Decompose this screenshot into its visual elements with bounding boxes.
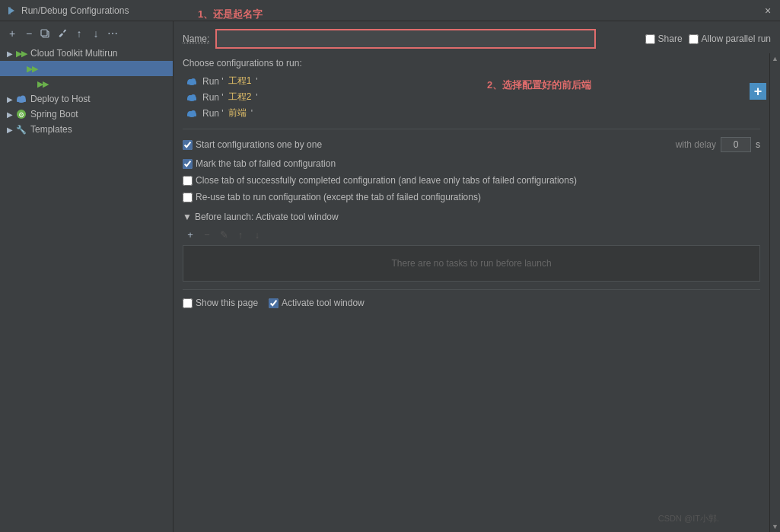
run-suffix-3: ' [251, 108, 253, 119]
allow-parallel-checkbox[interactable] [689, 34, 699, 44]
show-this-page-label: Show this page [196, 298, 258, 308]
close-successful-tab-label: Close tab of successfully completed conf… [196, 175, 577, 186]
svg-rect-18 [187, 98, 196, 100]
run-name-1: 工程1 [228, 75, 252, 88]
expand-arrow-cloud-toolkit: ▶ [5, 48, 15, 59]
svg-rect-1 [8, 7, 11, 14]
mark-failed-tab-row: Mark the tab of failed configuration [183, 158, 760, 169]
sidebar-item-multirun-child1[interactable]: ▶▶ [0, 61, 173, 76]
cloud-deploy-icon [15, 93, 27, 105]
start-one-by-one-option[interactable]: Start configurations one by one [183, 139, 322, 150]
run-name-2: 工程2 [228, 91, 252, 104]
share-option[interactable]: Share [645, 33, 683, 44]
svg-rect-22 [187, 114, 196, 116]
run-green-icon-2: ▶▶ [37, 78, 49, 90]
sidebar-item-templates[interactable]: ▶ 🔧 Templates [0, 122, 173, 137]
before-launch-add-button[interactable]: + [183, 227, 198, 242]
title-bar: Run/Debug Configurations × [0, 0, 780, 21]
svg-text:⚙: ⚙ [18, 111, 24, 119]
window-title: Run/Debug Configurations [21, 5, 129, 16]
expand-arrow-deploy: ▶ [5, 94, 15, 104]
before-launch-down-button[interactable]: ↓ [250, 227, 265, 242]
move-up-button[interactable]: ↑ [72, 26, 87, 41]
main-container: + − ↑ ↓ ⋯ ▶ ▶▶ Cloud Toolkit Multi [0, 21, 780, 532]
move-down-button[interactable]: ↓ [88, 26, 103, 41]
run-icon-2 [186, 91, 198, 104]
activate-tool-window-option[interactable]: Activate tool window [269, 298, 365, 308]
mark-failed-tab-option[interactable]: Mark the tab of failed configuration [183, 158, 336, 169]
before-launch-toolbar: + − ✎ ↑ ↓ [183, 227, 760, 242]
sidebar-item-spring-boot[interactable]: ▶ ⚙ Spring Boot [0, 107, 173, 122]
before-launch-header[interactable]: ▼ Before launch: Activate tool window [183, 212, 760, 222]
more-button[interactable]: ⋯ [105, 26, 120, 41]
close-successful-tab-option[interactable]: Close tab of successfully completed conf… [183, 175, 577, 186]
run-item-1[interactable]: Run ' 工程1 ' [183, 73, 760, 89]
add-config-button[interactable]: + [5, 26, 20, 41]
run-green-icon-1: ▶▶ [26, 62, 38, 75]
run-item-3[interactable]: Run ' 前端 ' [183, 105, 760, 121]
template-icon: 🔧 [15, 123, 27, 135]
sidebar-item-label-spring: Spring Boot [30, 109, 78, 119]
close-button[interactable]: × [762, 5, 774, 17]
reuse-tab-option[interactable]: Re-use tab to run configuration (except … [183, 192, 481, 202]
sidebar: + − ↑ ↓ ⋯ ▶ ▶▶ Cloud Toolkit Multi [0, 21, 174, 532]
before-launch-remove-button[interactable]: − [199, 227, 215, 242]
right-scrollbar: ▲ ▼ [769, 53, 780, 532]
mark-failed-tab-checkbox[interactable] [183, 159, 193, 169]
share-checkbox[interactable] [645, 34, 655, 44]
scroll-down-button[interactable]: ▼ [770, 521, 781, 532]
delay-unit: s [756, 139, 760, 150]
close-successful-tab-checkbox[interactable] [183, 176, 193, 186]
run-icon-1 [186, 75, 198, 88]
svg-rect-14 [187, 82, 196, 84]
remove-config-button[interactable]: − [21, 26, 37, 41]
activate-tool-window-label: Activate tool window [282, 298, 365, 308]
add-run-item-button[interactable]: + [750, 83, 766, 100]
start-one-by-one-checkbox[interactable] [183, 140, 193, 150]
allow-parallel-label: Allow parallel run [702, 33, 771, 44]
content-area: Name: Share Allow parallel run Choose co… [174, 21, 780, 532]
spring-boot-icon: ⚙ [15, 108, 27, 120]
run-prefix-2: Run ' [202, 92, 224, 103]
close-successful-tab-row: Close tab of successfully completed conf… [183, 175, 760, 186]
copy-config-button[interactable] [38, 26, 53, 41]
content-body: Choose configurations to run: Run [174, 53, 780, 532]
start-one-by-one-label: Start configurations one by one [196, 139, 322, 150]
reuse-tab-checkbox[interactable] [183, 193, 193, 202]
name-input[interactable] [215, 29, 596, 49]
content-main: Choose configurations to run: Run [174, 53, 769, 532]
before-launch-edit-button[interactable]: ✎ [216, 227, 231, 242]
run-prefix-3: Run ' [202, 108, 224, 119]
before-launch-up-button[interactable]: ↑ [233, 227, 248, 242]
run-debug-icon [6, 5, 17, 16]
run-prefix-1: Run ' [202, 76, 224, 87]
expand-arrow-spring: ▶ [5, 109, 15, 119]
multirun-icon: ▶▶ [15, 47, 27, 59]
share-label: Share [658, 33, 683, 44]
name-options: Share Allow parallel run [645, 33, 771, 44]
sidebar-item-multirun-child2[interactable]: ▶▶ [0, 76, 173, 91]
before-launch-arrow: ▼ [183, 212, 192, 222]
reuse-tab-row: Re-use tab to run configuration (except … [183, 192, 760, 202]
wrench-button[interactable] [55, 26, 70, 41]
sidebar-item-label-templates: Templates [30, 124, 72, 135]
sidebar-item-cloud-toolkit[interactable]: ▶ ▶▶ Cloud Toolkit Multirun [0, 46, 173, 61]
sidebar-item-label-deploy: Deploy to Host [30, 94, 91, 104]
show-this-page-option[interactable]: Show this page [183, 298, 258, 308]
watermark: CSDN @IT小郭. [658, 513, 719, 524]
title-bar-left: Run/Debug Configurations [6, 5, 129, 16]
activate-tool-window-checkbox[interactable] [269, 298, 279, 308]
reuse-tab-label: Re-use tab to run configuration (except … [196, 192, 481, 202]
choose-configurations-header: Choose configurations to run: [183, 58, 760, 68]
sidebar-item-deploy-to-host[interactable]: ▶ Deploy to Host [0, 91, 173, 107]
show-this-page-checkbox[interactable] [183, 298, 193, 308]
sidebar-item-label-cloud-toolkit: Cloud Toolkit Multirun [30, 48, 118, 59]
delay-input[interactable] [721, 137, 751, 152]
run-suffix-1: ' [256, 76, 257, 87]
name-row: Name: Share Allow parallel run [174, 21, 780, 53]
scroll-up-button[interactable]: ▲ [770, 53, 781, 64]
allow-parallel-option[interactable]: Allow parallel run [689, 33, 771, 44]
options-section: Start configurations one by one with del… [183, 137, 760, 202]
svg-rect-8 [17, 100, 26, 102]
run-item-2[interactable]: Run ' 工程2 ' [183, 89, 760, 105]
